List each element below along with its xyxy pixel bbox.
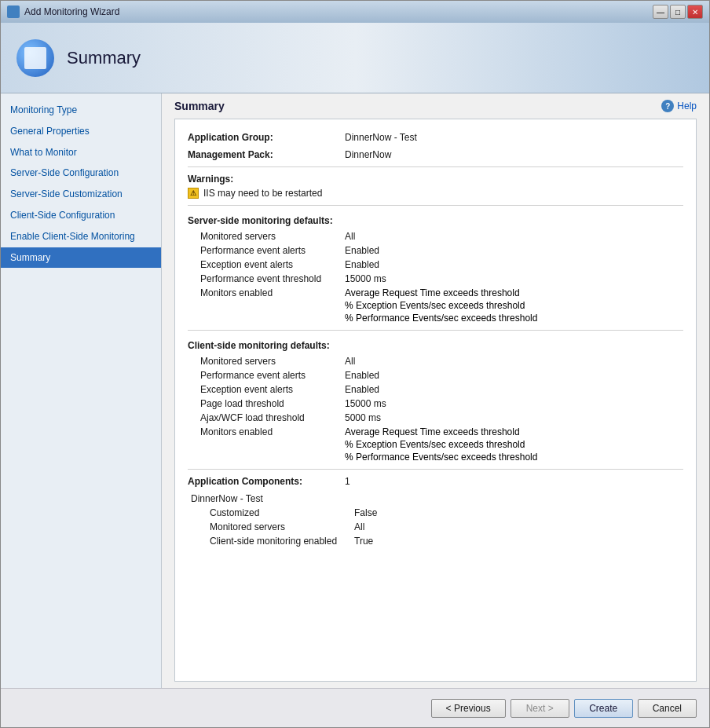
server-exception-alerts-row: Exception event alerts Enabled bbox=[188, 259, 683, 270]
warnings-label: Warnings: bbox=[188, 174, 683, 185]
sidebar-item-general-properties[interactable]: General Properties bbox=[1, 121, 161, 142]
right-panel: Summary ? Help Application Group: Dinner… bbox=[162, 93, 709, 688]
client-monitors-enabled-row: Monitors enabled Average Request Time ex… bbox=[188, 426, 683, 463]
sidebar-item-server-side-customization[interactable]: Server-Side Customization bbox=[1, 184, 161, 205]
app-components-label: Application Components: bbox=[188, 476, 345, 487]
divider-1 bbox=[188, 166, 683, 167]
server-performance-alerts-row: Performance event alerts Enabled bbox=[188, 245, 683, 256]
client-exception-alerts-value: Enabled bbox=[345, 384, 683, 395]
panel-header: Summary ? Help bbox=[162, 93, 709, 115]
previous-button[interactable]: < Previous bbox=[431, 699, 506, 718]
warning-text: IIS may need to be restarted bbox=[203, 188, 322, 199]
app-component-name: DinnerNow - Test bbox=[191, 493, 335, 504]
server-monitors-enabled-label: Monitors enabled bbox=[200, 287, 345, 324]
sidebar-item-summary[interactable]: Summary bbox=[1, 247, 161, 269]
customized-label: Customized bbox=[210, 507, 354, 518]
client-ajax-row: Ajax/WCF load threshold 5000 ms bbox=[188, 412, 683, 423]
divider-4 bbox=[188, 469, 683, 470]
client-exception-alerts-label: Exception event alerts bbox=[200, 384, 345, 395]
close-button[interactable]: ✕ bbox=[687, 5, 703, 19]
help-link[interactable]: ? Help bbox=[661, 100, 697, 112]
server-monitor-value-1: Average Request Time exceeds threshold bbox=[345, 287, 683, 298]
minimize-button[interactable]: — bbox=[653, 5, 668, 19]
server-monitor-value-2: % Exception Events/sec exceeds threshold bbox=[345, 300, 683, 311]
client-monitored-servers-value: All bbox=[345, 356, 683, 367]
application-group-value: DinnerNow - Test bbox=[345, 132, 683, 143]
client-monitored-servers-label: Monitored servers bbox=[200, 356, 345, 367]
client-page-load-value: 15000 ms bbox=[345, 398, 683, 409]
header-area: Summary bbox=[1, 23, 709, 93]
header-icon bbox=[16, 39, 54, 77]
management-pack-label: Management Pack: bbox=[188, 149, 345, 160]
next-button[interactable]: Next > bbox=[511, 699, 569, 718]
sidebar-item-monitoring-type[interactable]: Monitoring Type bbox=[1, 100, 161, 121]
header-title: Summary bbox=[67, 48, 141, 68]
server-monitors-enabled-row: Monitors enabled Average Request Time ex… bbox=[188, 287, 683, 324]
server-monitored-servers-value: All bbox=[345, 231, 683, 242]
management-pack-value: DinnerNow bbox=[345, 149, 683, 160]
client-page-load-label: Page load threshold bbox=[200, 398, 345, 409]
server-performance-alerts-label: Performance event alerts bbox=[200, 245, 345, 256]
sidebar: Monitoring Type General Properties What … bbox=[1, 93, 162, 688]
panel-title: Summary bbox=[174, 100, 225, 112]
divider-3 bbox=[188, 330, 683, 331]
client-monitor-value-2: % Exception Events/sec exceeds threshold bbox=[345, 439, 683, 450]
help-icon: ? bbox=[661, 100, 674, 112]
server-monitored-servers-row: Monitored servers All bbox=[188, 231, 683, 242]
client-ajax-value: 5000 ms bbox=[345, 412, 683, 423]
client-monitor-value-1: Average Request Time exceeds threshold bbox=[345, 426, 683, 437]
app-monitored-servers-label: Monitored servers bbox=[210, 521, 354, 532]
management-pack-row: Management Pack: DinnerNow bbox=[188, 149, 683, 160]
sidebar-item-server-side-configuration[interactable]: Server-Side Configuration bbox=[1, 163, 161, 184]
app-icon bbox=[7, 5, 20, 18]
server-performance-alerts-value: Enabled bbox=[345, 245, 683, 256]
client-monitoring-enabled-label: Client-side monitoring enabled bbox=[210, 536, 354, 547]
warnings-section: Warnings: ⚠ IIS may need to be restarted bbox=[188, 174, 683, 199]
server-monitor-value-3: % Performance Events/sec exceeds thresho… bbox=[345, 313, 683, 324]
client-monitors-enabled-values: Average Request Time exceeds threshold %… bbox=[345, 426, 683, 463]
server-monitored-servers-label: Monitored servers bbox=[200, 231, 345, 242]
server-monitors-enabled-values: Average Request Time exceeds threshold %… bbox=[345, 287, 683, 324]
app-component-name-row: DinnerNow - Test bbox=[188, 493, 683, 504]
summary-box: Application Group: DinnerNow - Test Mana… bbox=[174, 119, 697, 682]
help-label: Help bbox=[677, 101, 697, 112]
main-content: Monitoring Type General Properties What … bbox=[1, 93, 709, 688]
warning-icon: ⚠ bbox=[188, 188, 199, 199]
title-bar-left: Add Monitoring Wizard bbox=[7, 5, 119, 18]
client-monitoring-enabled-row: Client-side monitoring enabled True bbox=[188, 536, 683, 547]
client-exception-alerts-row: Exception event alerts Enabled bbox=[188, 384, 683, 395]
client-ajax-label: Ajax/WCF load threshold bbox=[200, 412, 345, 423]
client-side-header: Client-side monitoring defaults: bbox=[188, 340, 683, 351]
sidebar-item-client-side-configuration[interactable]: Client-Side Configuration bbox=[1, 205, 161, 226]
client-monitored-servers-row: Monitored servers All bbox=[188, 356, 683, 367]
button-bar: < Previous Next > Create Cancel bbox=[1, 688, 709, 727]
server-side-header: Server-side monitoring defaults: bbox=[188, 215, 683, 226]
server-exception-alerts-value: Enabled bbox=[345, 259, 683, 270]
customized-row: Customized False bbox=[188, 507, 683, 518]
client-monitoring-enabled-value: True bbox=[354, 536, 683, 547]
sidebar-item-enable-client-side-monitoring[interactable]: Enable Client-Side Monitoring bbox=[1, 226, 161, 247]
client-monitors-enabled-label: Monitors enabled bbox=[200, 426, 345, 463]
cancel-button[interactable]: Cancel bbox=[638, 699, 697, 718]
sidebar-item-what-to-monitor[interactable]: What to Monitor bbox=[1, 142, 161, 163]
application-group-label: Application Group: bbox=[188, 132, 345, 143]
create-button[interactable]: Create bbox=[574, 699, 633, 718]
client-performance-alerts-label: Performance event alerts bbox=[200, 370, 345, 381]
customized-value: False bbox=[354, 507, 683, 518]
window-title: Add Monitoring Wizard bbox=[24, 6, 119, 17]
divider-2 bbox=[188, 205, 683, 206]
maximize-button[interactable]: □ bbox=[670, 5, 686, 19]
app-monitored-servers-value: All bbox=[354, 521, 683, 532]
app-monitored-servers-row: Monitored servers All bbox=[188, 521, 683, 532]
main-window: Add Monitoring Wizard — □ ✕ Summary Moni… bbox=[0, 0, 710, 728]
server-performance-threshold-row: Performance event threshold 15000 ms bbox=[188, 273, 683, 284]
title-bar: Add Monitoring Wizard — □ ✕ bbox=[1, 1, 709, 23]
server-performance-threshold-label: Performance event threshold bbox=[200, 273, 345, 284]
server-exception-alerts-label: Exception event alerts bbox=[200, 259, 345, 270]
warning-line: ⚠ IIS may need to be restarted bbox=[188, 188, 683, 199]
client-performance-alerts-row: Performance event alerts Enabled bbox=[188, 370, 683, 381]
app-components-count: 1 bbox=[345, 476, 683, 487]
app-components-row: Application Components: 1 bbox=[188, 476, 683, 487]
header-icon-inner bbox=[24, 47, 46, 69]
client-monitor-value-3: % Performance Events/sec exceeds thresho… bbox=[345, 452, 683, 463]
